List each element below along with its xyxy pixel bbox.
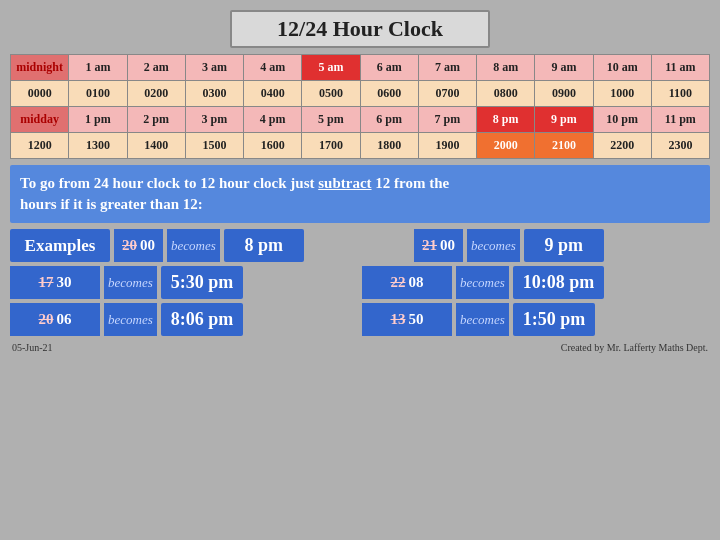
cell-3pm: 3 pm (185, 107, 243, 133)
cell-10pm: 10 pm (593, 107, 651, 133)
cell-1100: 1100 (651, 81, 709, 107)
cell-10am: 10 am (593, 55, 651, 81)
example-1: 2000 becomes 8 pm (114, 229, 410, 262)
cell-1300: 1300 (69, 133, 127, 159)
example-3: 1730 becomes 5:30 pm (10, 266, 358, 299)
ex2-becomes: becomes (467, 229, 520, 262)
cell-1800: 1800 (360, 133, 418, 159)
cell-0700: 0700 (418, 81, 476, 107)
clock-table: midnight 1 am 2 am 3 am 4 am 5 am 6 am 7… (10, 54, 710, 159)
cell-1am: 1 am (69, 55, 127, 81)
ex1-number: 2000 (114, 229, 163, 262)
footer: 05-Jun-21 Created by Mr. Lafferty Maths … (10, 342, 710, 353)
cell-0800: 0800 (477, 81, 535, 107)
examples-section: Examples 2000 becomes 8 pm 2100 becomes … (10, 229, 710, 336)
row-12pm: midday 1 pm 2 pm 3 pm 4 pm 5 pm 6 pm 7 p… (11, 107, 710, 133)
cell-9am: 9 am (535, 55, 593, 81)
info-text-1: To go from 24 hour clock to 12 hour cloc… (20, 175, 318, 191)
cell-4pm: 4 pm (244, 107, 302, 133)
cell-midnight: midnight (11, 55, 69, 81)
cell-midday: midday (11, 107, 69, 133)
row-24am: 0000 0100 0200 0300 0400 0500 0600 0700 … (11, 81, 710, 107)
cell-1pm: 1 pm (69, 107, 127, 133)
cell-1200: 1200 (11, 133, 69, 159)
cell-3am: 3 am (185, 55, 243, 81)
cell-2300: 2300 (651, 133, 709, 159)
page: 12/24 Hour Clock midnight 1 am 2 am 3 am… (0, 0, 720, 540)
ex3-becomes: becomes (104, 266, 157, 299)
cell-7pm: 7 pm (418, 107, 476, 133)
example-4: 2208 becomes 10:08 pm (362, 266, 710, 299)
cell-2pm: 2 pm (127, 107, 185, 133)
ex5-becomes: becomes (104, 303, 157, 336)
ex3-result: 5:30 pm (161, 266, 244, 299)
example-6: 1350 becomes 1:50 pm (362, 303, 710, 336)
cell-5am: 5 am (302, 55, 360, 81)
cell-1400: 1400 (127, 133, 185, 159)
ex1-result: 8 pm (224, 229, 304, 262)
ex6-result: 1:50 pm (513, 303, 596, 336)
ex3-number: 1730 (10, 266, 100, 299)
example-row-1: Examples 2000 becomes 8 pm 2100 becomes … (10, 229, 710, 262)
cell-8am: 8 am (477, 55, 535, 81)
cell-8pm: 8 pm (477, 107, 535, 133)
cell-0900: 0900 (535, 81, 593, 107)
info-box: To go from 24 hour clock to 12 hour cloc… (10, 165, 710, 223)
row-12am: midnight 1 am 2 am 3 am 4 am 5 am 6 am 7… (11, 55, 710, 81)
cell-11pm: 11 pm (651, 107, 709, 133)
ex4-becomes: becomes (456, 266, 509, 299)
ex6-becomes: becomes (456, 303, 509, 336)
cell-0500: 0500 (302, 81, 360, 107)
cell-0200: 0200 (127, 81, 185, 107)
cell-5pm: 5 pm (302, 107, 360, 133)
ex4-number: 2208 (362, 266, 452, 299)
cell-6pm: 6 pm (360, 107, 418, 133)
cell-2am: 2 am (127, 55, 185, 81)
cell-2100: 2100 (535, 133, 593, 159)
cell-6am: 6 am (360, 55, 418, 81)
info-text-2: 12 from the (372, 175, 450, 191)
cell-2200: 2200 (593, 133, 651, 159)
info-text-3: hours if it is greater than 12: (20, 196, 203, 212)
cell-9pm: 9 pm (535, 107, 593, 133)
cell-1500: 1500 (185, 133, 243, 159)
ex4-result: 10:08 pm (513, 266, 605, 299)
footer-credit: Created by Mr. Lafferty Maths Dept. (561, 342, 708, 353)
cell-1600: 1600 (244, 133, 302, 159)
cell-0300: 0300 (185, 81, 243, 107)
cell-7am: 7 am (418, 55, 476, 81)
examples-label: Examples (10, 229, 110, 262)
cell-0000: 0000 (11, 81, 69, 107)
example-row-3: 2006 becomes 8:06 pm 1350 becomes 1:50 p… (10, 303, 710, 336)
ex2-number: 2100 (414, 229, 463, 262)
cell-0600: 0600 (360, 81, 418, 107)
ex1-becomes: becomes (167, 229, 220, 262)
ex6-number: 1350 (362, 303, 452, 336)
example-5: 2006 becomes 8:06 pm (10, 303, 358, 336)
info-subtract: subtract (318, 175, 371, 191)
cell-11am: 11 am (651, 55, 709, 81)
footer-date: 05-Jun-21 (12, 342, 53, 353)
example-2: 2100 becomes 9 pm (414, 229, 710, 262)
ex5-result: 8:06 pm (161, 303, 244, 336)
page-title: 12/24 Hour Clock (230, 10, 490, 48)
cell-1000: 1000 (593, 81, 651, 107)
cell-4am: 4 am (244, 55, 302, 81)
ex2-result: 9 pm (524, 229, 604, 262)
cell-0400: 0400 (244, 81, 302, 107)
cell-1900: 1900 (418, 133, 476, 159)
example-row-2: 1730 becomes 5:30 pm 2208 becomes 10:08 … (10, 266, 710, 299)
cell-1700: 1700 (302, 133, 360, 159)
row-24pm: 1200 1300 1400 1500 1600 1700 1800 1900 … (11, 133, 710, 159)
cell-0100: 0100 (69, 81, 127, 107)
cell-2000: 2000 (477, 133, 535, 159)
ex5-number: 2006 (10, 303, 100, 336)
